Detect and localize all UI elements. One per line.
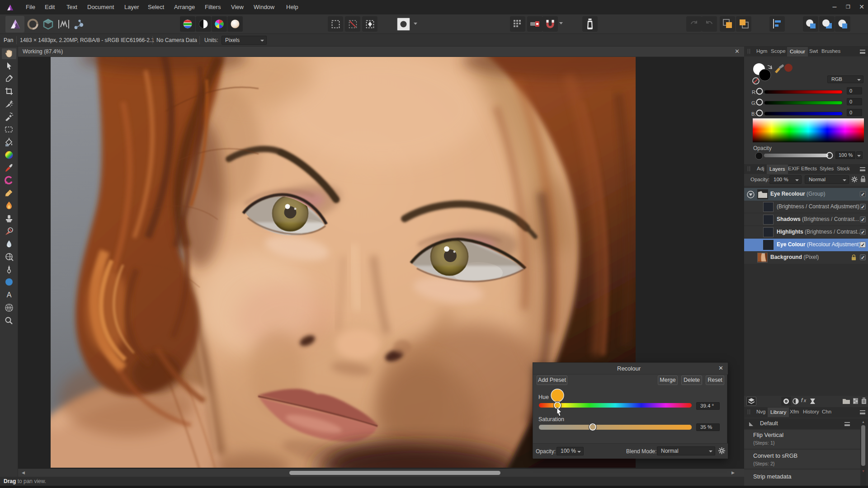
svg-text:A: A — [6, 291, 11, 299]
